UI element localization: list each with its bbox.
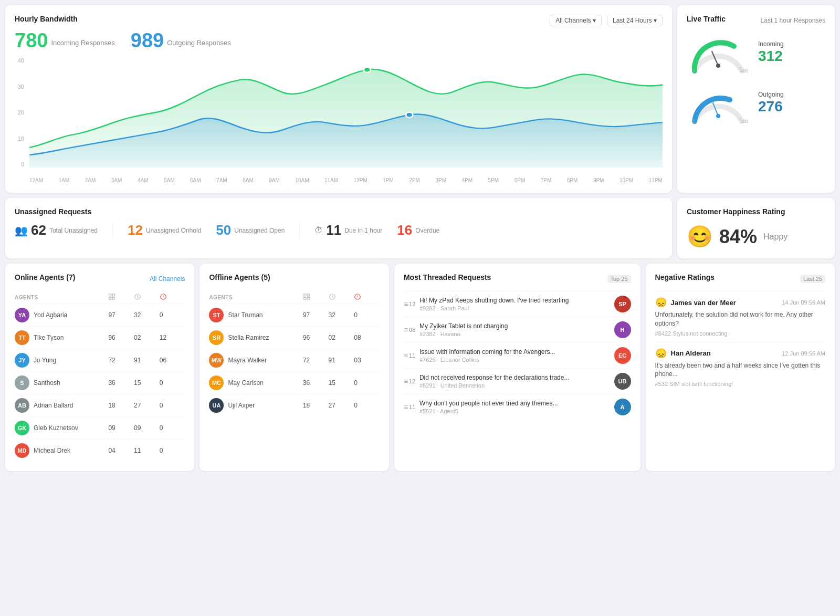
svg-rect-18 xyxy=(304,294,306,296)
live-traffic-title: Live Traffic xyxy=(687,15,726,23)
last-24h-btn[interactable]: Last 24 Hours ▾ xyxy=(607,15,663,26)
threaded-title: Most Threaded Requests xyxy=(404,273,491,281)
neg-user-name: Han Alderan xyxy=(671,349,711,357)
svg-rect-19 xyxy=(307,294,309,296)
agent-overdue: 12 xyxy=(160,327,185,349)
threaded-subject: My Zylker Tablet is not charging xyxy=(419,322,609,330)
incoming-gauge-row: 0 400 Incoming 312 xyxy=(687,32,825,74)
agent-name: Yod Agbaria xyxy=(34,311,67,319)
agent-name-cell: MC May Carlson xyxy=(209,372,302,394)
svg-text:400: 400 xyxy=(740,119,748,124)
sad-face-icon: 😞 xyxy=(655,348,667,359)
threaded-count: ≡ 12 xyxy=(404,300,414,308)
online-agents-filter[interactable]: All Channels xyxy=(150,275,185,283)
incoming-label: Incoming Responses xyxy=(51,39,114,47)
agent-name-cell: MW Mayra Walker xyxy=(209,349,302,372)
lines-icon: ≡ xyxy=(404,377,408,385)
avatar: TT xyxy=(15,330,29,345)
offline-agents-title: Offline Agents (5) xyxy=(209,273,270,281)
agent-name: Micheal Drek xyxy=(34,447,70,454)
agent-time: 32 xyxy=(329,304,354,327)
col-agents-header: AGENTS xyxy=(15,291,108,304)
neg-user-row: 😞 James van der Meer 14 Jun 09:56 AM xyxy=(655,297,825,308)
neg-ticket: #532 SIM slot isn't functioning! xyxy=(655,381,825,387)
list-item: 😞 James van der Meer 14 Jun 09:56 AM Unf… xyxy=(655,291,825,342)
happy-emoji: 😊 xyxy=(687,224,713,249)
svg-rect-10 xyxy=(109,294,111,296)
agent-overdue: 0 xyxy=(354,372,380,394)
total-unassigned-stat: 👥 62 Total Unassigned xyxy=(15,222,98,238)
open-label: Unassigned Open xyxy=(234,227,285,234)
agent-name-cell: AB Adrian Ballard xyxy=(15,394,108,417)
threaded-avatar: A xyxy=(614,399,631,415)
threaded-count: ≡ 12 xyxy=(404,377,414,385)
agent-assigned: 96 xyxy=(108,327,134,349)
col-overdue-header xyxy=(160,291,185,304)
divider-2 xyxy=(299,223,300,238)
agent-name: Mayra Walker xyxy=(228,357,267,364)
bandwidth-title: Hourly Bandwidth xyxy=(15,15,78,23)
onhold-num: 12 xyxy=(128,222,143,238)
agent-time: 15 xyxy=(329,372,354,394)
agent-overdue: 0 xyxy=(354,304,380,327)
threaded-avatar: H xyxy=(614,321,631,338)
threaded-text: Why don't you people not ever tried any … xyxy=(419,400,609,414)
people-icon: 👥 xyxy=(15,224,28,237)
col-offline-agents-header: AGENTS xyxy=(209,291,302,304)
agent-overdue: 0 xyxy=(160,304,185,327)
col-offline-assigned-header xyxy=(303,291,329,304)
agent-name-cell: GK Gleb Kuznetsov xyxy=(15,417,108,440)
threaded-count: ≡ 08 xyxy=(404,326,414,334)
agent-name-cell: YA Yod Agbaria xyxy=(15,304,108,327)
offline-agents-card: Offline Agents (5) AGENTS xyxy=(200,264,388,471)
avatar: S xyxy=(15,375,29,390)
live-traffic-subtitle: Last 1 hour Responses xyxy=(761,17,825,24)
table-row: GK Gleb Kuznetsov 09 09 0 xyxy=(15,417,185,440)
onhold-stat: 12 Unassigned Onhold xyxy=(128,222,201,238)
agent-name: Jo Yung xyxy=(34,357,56,364)
agent-time: 91 xyxy=(329,349,354,372)
list-item: ≡ 12 Hi! My zPad Keeps shutting down. I'… xyxy=(404,291,631,317)
due-stat: ⏱ 11 Due in 1 hour xyxy=(314,222,382,238)
all-channels-btn[interactable]: All Channels ▾ xyxy=(550,15,602,26)
avatar: MC xyxy=(209,375,224,390)
neg-user-name: James van der Meer xyxy=(671,299,736,307)
agent-name: Tike Tyson xyxy=(34,334,64,341)
outgoing-gauge: 0 400 xyxy=(687,82,750,124)
overdue-label: Overdue xyxy=(415,227,439,234)
happiness-percent: 84% xyxy=(719,226,757,248)
outgoing-num: 989 xyxy=(131,29,164,52)
open-stat: 50 Unassigned Open xyxy=(216,222,285,238)
agent-time: 91 xyxy=(134,349,160,372)
svg-rect-13 xyxy=(113,297,115,299)
neg-ticket: #8422 Stylus not connecting xyxy=(655,330,825,337)
agent-name-cell: ST Star Truman xyxy=(209,304,302,327)
svg-point-1 xyxy=(406,112,413,118)
agent-overdue: 03 xyxy=(354,349,380,372)
incoming-gauge-label: Incoming xyxy=(758,40,784,48)
lines-icon: ≡ xyxy=(404,403,408,411)
threaded-subject: Why don't you people not ever tried any … xyxy=(419,400,609,407)
sad-face-icon: 😞 xyxy=(655,297,667,308)
lines-icon: ≡ xyxy=(404,300,408,308)
online-agents-table: AGENTS YA Yo xyxy=(15,291,185,462)
incoming-num: 780 xyxy=(15,29,48,52)
avatar: UA xyxy=(209,398,224,413)
table-row: UA Ujil Axper 18 27 0 xyxy=(209,394,379,417)
col-assigned-header xyxy=(108,291,134,304)
incoming-gauge-info: Incoming 312 xyxy=(758,40,784,65)
threaded-text: My Zylker Tablet is not charging #2382 ·… xyxy=(419,322,609,337)
incoming-gauge: 0 400 xyxy=(687,32,750,74)
threaded-badge: Top 25 xyxy=(607,275,631,283)
outgoing-gauge-label: Outgoing xyxy=(758,91,784,98)
total-unassigned-num: 62 xyxy=(31,222,46,238)
live-traffic-card: Live Traffic Last 1 hour Responses xyxy=(677,5,835,193)
table-row: AB Adrian Ballard 18 27 0 xyxy=(15,394,185,417)
agent-name: Stella Ramirez xyxy=(228,334,269,341)
agent-assigned: 97 xyxy=(303,304,329,327)
online-agents-title: Online Agents (7) xyxy=(15,273,75,281)
agent-name: Gleb Kuznetsov xyxy=(34,424,78,432)
svg-point-3 xyxy=(716,64,720,68)
happiness-title: Customer Happiness Rating xyxy=(687,207,785,216)
avatar: AB xyxy=(15,398,29,413)
